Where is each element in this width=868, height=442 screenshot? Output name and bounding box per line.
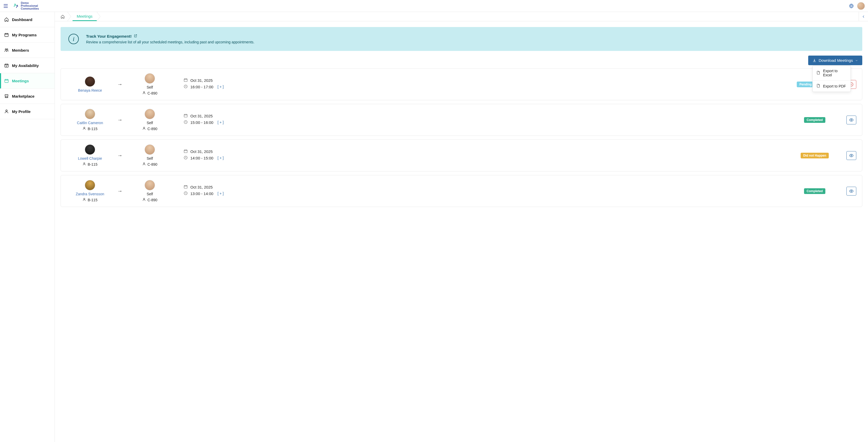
view-meeting-button[interactable] [846,151,856,160]
expand-time-button[interactable]: [ + ] [217,156,224,160]
export-pdf-label: Export to PDF [823,84,846,88]
sidebar-item-dashboard[interactable]: Dashboard [0,12,55,27]
clock-icon [184,84,188,89]
calendar-icon [184,113,188,118]
participant-code: C-890 [142,162,157,166]
sidebar-item-members[interactable]: Members [0,43,55,58]
sidebar-item-my-programs[interactable]: My Programs [0,27,55,43]
avatar[interactable] [145,73,155,83]
meeting-from: Benaya Reece [67,76,113,93]
collapse-panel-button[interactable] [859,12,868,21]
expand-time-button[interactable]: [ + ] [217,192,224,196]
participant-code: B-115 [83,127,97,131]
export-excel-item[interactable]: Export to Excel [813,66,850,80]
svg-point-24 [144,198,145,199]
meeting-to: Self C-890 [126,144,173,166]
breadcrumb-chevron-icon [97,12,102,21]
meeting-card: Caitlin Cameron B-115 → Self C-890 Oct 3… [61,104,862,136]
meeting-to: Self C-890 [126,109,173,131]
view-meeting-button[interactable] [846,115,856,125]
external-link-icon[interactable] [134,34,137,38]
file-pdf-icon [816,83,820,89]
avatar[interactable] [85,144,95,155]
meeting-date: Oct 31, 2025 [190,78,213,82]
menu-toggle-button[interactable] [3,3,9,9]
meeting-actions [841,151,856,160]
svg-point-18 [84,163,85,164]
export-pdf-item[interactable]: Export to PDF [813,80,850,92]
person-icon [142,198,146,202]
breadcrumb-chevron-icon [67,12,72,21]
meeting-time: 16:00 - 17:00 [190,84,213,89]
person-icon [142,91,146,95]
person-icon [83,162,86,166]
chevron-down-icon [855,59,858,62]
download-dropdown: Export to Excel Export to PDF [812,65,851,92]
svg-rect-15 [184,114,187,117]
sidebar-item-label: Meetings [12,79,29,83]
top-header: Demo Professional Communities [0,0,868,12]
svg-point-22 [851,155,852,156]
brand-logo[interactable]: Demo Professional Communities [12,2,39,10]
participant-code: C-890 [142,198,157,202]
sidebar-item-label: Members [12,48,29,53]
meeting-datetime: Oct 31, 2025 16:00 - 17:00[ + ] [173,78,789,91]
header-right [849,2,865,10]
person-icon [83,127,86,131]
download-icon [812,59,816,63]
user-avatar-button[interactable] [857,2,865,10]
svg-point-8 [6,110,7,111]
breadcrumb-current-label: Meetings [77,14,93,19]
expand-time-button[interactable]: [ + ] [217,120,224,125]
arrow-right-icon: → [113,117,126,123]
sidebar-item-label: My Programs [12,33,37,37]
clock-icon [184,156,188,161]
participant-name[interactable]: Benaya Reece [78,88,102,93]
language-button[interactable] [849,3,854,8]
arrow-right-icon: → [113,188,126,194]
sidebar-item-marketplace[interactable]: Marketplace [0,89,55,104]
person-icon [142,162,146,166]
meeting-time: 13:00 - 14:00 [190,192,213,196]
meeting-card: Benaya Reece → Self C-890 Oct 31, 2025 1… [61,68,862,100]
meeting-from: Zandra Svensson B-115 [67,180,113,202]
avatar[interactable] [145,144,155,155]
meeting-actions [841,115,856,125]
participant-name[interactable]: Caitlin Cameron [77,121,103,125]
participant-name[interactable]: Zandra Svensson [76,192,104,196]
meeting-card: Lowell Charpie B-115 → Self C-890 Oct 31… [61,139,862,171]
participant-code: B-115 [83,162,97,166]
view-meeting-button[interactable] [846,187,856,196]
sidebar-item-label: My Profile [12,109,31,114]
meeting-card: Zandra Svensson B-115 → Self C-890 Oct 3… [61,175,862,207]
avatar[interactable] [85,76,95,87]
participant-code: C-890 [142,91,157,95]
avatar[interactable] [85,180,95,190]
sidebar: Dashboard My Programs Members My Availab… [0,12,55,442]
download-meetings-button[interactable]: Download Meetings [808,56,862,65]
breadcrumb-current[interactable]: Meetings [72,12,97,21]
participant-name[interactable]: Lowell Charpie [78,156,102,161]
svg-rect-7 [5,79,8,82]
svg-rect-10 [184,79,187,81]
sidebar-item-my-availability[interactable]: My Availability [0,58,55,73]
sidebar-item-my-profile[interactable]: My Profile [0,104,55,119]
avatar[interactable] [145,109,155,119]
meeting-datetime: Oct 31, 2025 14:00 - 15:00[ + ] [173,149,789,162]
arrow-right-icon: → [113,152,126,159]
expand-time-button[interactable]: [ + ] [217,84,224,89]
meeting-status: Did not Happen [789,153,841,159]
meeting-from: Lowell Charpie B-115 [67,144,113,166]
logo-icon [12,3,19,9]
avatar[interactable] [85,109,95,119]
meeting-date: Oct 31, 2025 [190,185,213,189]
info-banner: i Track Your Engagement! Review a compre… [61,27,862,51]
breadcrumb-home[interactable] [58,12,67,21]
svg-point-19 [144,163,145,164]
avatar[interactable] [145,180,155,190]
sidebar-item-meetings[interactable]: Meetings [0,73,55,89]
svg-point-5 [7,49,8,50]
header-left: Demo Professional Communities [3,2,39,10]
download-button-label: Download Meetings [818,58,853,63]
svg-point-13 [84,127,85,128]
